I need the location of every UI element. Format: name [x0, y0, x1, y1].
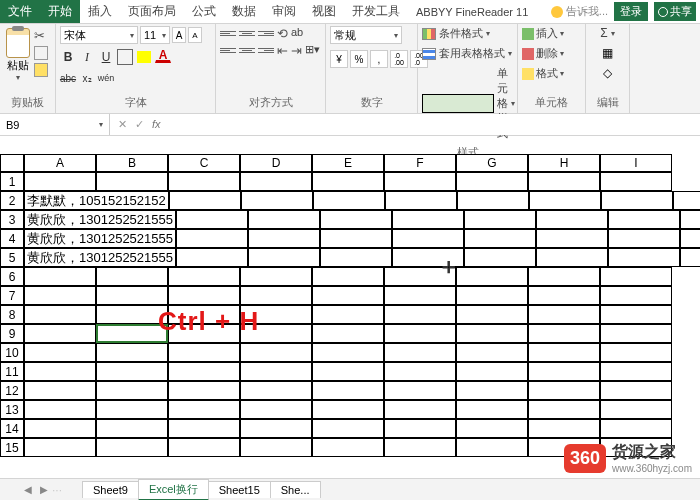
- merge-button[interactable]: ⊞▾: [305, 43, 320, 58]
- cell[interactable]: [384, 286, 456, 305]
- cell[interactable]: [312, 286, 384, 305]
- strike-button[interactable]: abc: [60, 70, 76, 86]
- cell[interactable]: [456, 324, 528, 343]
- cell[interactable]: [384, 381, 456, 400]
- cell[interactable]: [384, 362, 456, 381]
- cell[interactable]: [168, 438, 240, 457]
- row-header[interactable]: 12: [0, 381, 24, 400]
- cell[interactable]: [96, 438, 168, 457]
- cell[interactable]: [528, 343, 600, 362]
- cell[interactable]: [240, 400, 312, 419]
- cell[interactable]: [96, 172, 168, 191]
- row-header[interactable]: 13: [0, 400, 24, 419]
- tab-formula[interactable]: 公式: [184, 0, 224, 23]
- column-header[interactable]: B: [96, 154, 168, 172]
- cell[interactable]: [96, 400, 168, 419]
- share-button[interactable]: 共享: [654, 2, 696, 21]
- cell[interactable]: [680, 229, 700, 248]
- cell[interactable]: [168, 267, 240, 286]
- cell[interactable]: [168, 419, 240, 438]
- row-header[interactable]: 14: [0, 419, 24, 438]
- border-button[interactable]: [117, 49, 133, 65]
- cell[interactable]: [456, 343, 528, 362]
- cell[interactable]: 黄欣欣，1301252521555: [24, 248, 176, 267]
- cell[interactable]: [320, 210, 392, 229]
- align-middle-icon[interactable]: [239, 26, 255, 40]
- cell[interactable]: [24, 419, 96, 438]
- sheet-tab[interactable]: She...: [270, 481, 321, 498]
- tab-abbyy[interactable]: ABBYY FineReader 11: [408, 3, 536, 21]
- tab-nav-prev-icon[interactable]: ◀: [20, 484, 36, 495]
- cell[interactable]: 黄欣欣，1301252521555: [24, 229, 176, 248]
- cell[interactable]: [312, 267, 384, 286]
- cell[interactable]: [456, 305, 528, 324]
- cell[interactable]: [312, 419, 384, 438]
- cell[interactable]: [528, 381, 600, 400]
- login-button[interactable]: 登录: [614, 2, 648, 21]
- cell[interactable]: [169, 191, 241, 210]
- align-bottom-icon[interactable]: [258, 26, 274, 40]
- orientation-icon[interactable]: ⟲: [277, 26, 288, 41]
- underline-button[interactable]: U: [98, 49, 114, 65]
- cell[interactable]: [384, 172, 456, 191]
- fx-icon[interactable]: fx: [152, 118, 161, 131]
- cell[interactable]: [312, 438, 384, 457]
- column-header[interactable]: C: [168, 154, 240, 172]
- row-header[interactable]: 6: [0, 267, 24, 286]
- cell[interactable]: [320, 229, 392, 248]
- cell[interactable]: [168, 343, 240, 362]
- row-header[interactable]: 7: [0, 286, 24, 305]
- cell[interactable]: [312, 343, 384, 362]
- tab-view[interactable]: 视图: [304, 0, 344, 23]
- cell[interactable]: [312, 400, 384, 419]
- decrease-font-icon[interactable]: A: [188, 27, 202, 43]
- cell[interactable]: [168, 362, 240, 381]
- cell[interactable]: [240, 172, 312, 191]
- cell[interactable]: [384, 324, 456, 343]
- cell[interactable]: [168, 286, 240, 305]
- cell[interactable]: [248, 229, 320, 248]
- delete-cells-button[interactable]: 删除▾: [522, 46, 564, 61]
- cell[interactable]: [608, 248, 680, 267]
- indent-inc-icon[interactable]: ⇥: [291, 43, 302, 58]
- row-header[interactable]: 3: [0, 210, 24, 229]
- tab-insert[interactable]: 插入: [80, 0, 120, 23]
- row-header[interactable]: 1: [0, 172, 24, 191]
- cell[interactable]: [248, 210, 320, 229]
- cell[interactable]: [528, 419, 600, 438]
- align-top-icon[interactable]: [220, 26, 236, 40]
- cell[interactable]: [457, 191, 529, 210]
- cell[interactable]: [24, 343, 96, 362]
- cell[interactable]: [392, 210, 464, 229]
- insert-cells-button[interactable]: 插入▾: [522, 26, 564, 41]
- font-color-button[interactable]: A: [155, 49, 171, 63]
- cell[interactable]: [384, 400, 456, 419]
- cell[interactable]: [312, 381, 384, 400]
- formula-input[interactable]: [169, 114, 700, 135]
- currency-button[interactable]: ¥: [330, 50, 348, 68]
- column-header[interactable]: E: [312, 154, 384, 172]
- font-size-select[interactable]: 11▾: [140, 26, 170, 44]
- cell[interactable]: [24, 400, 96, 419]
- tab-file[interactable]: 文件: [0, 0, 40, 23]
- cell[interactable]: [240, 343, 312, 362]
- cell[interactable]: [24, 286, 96, 305]
- sheet-tab[interactable]: Sheet9: [82, 481, 139, 498]
- cut-icon[interactable]: ✂: [34, 28, 48, 43]
- cell[interactable]: [456, 419, 528, 438]
- cell[interactable]: [600, 324, 672, 343]
- cell[interactable]: [600, 381, 672, 400]
- cell[interactable]: [528, 362, 600, 381]
- cell[interactable]: 李默默，105152152152: [24, 191, 169, 210]
- cell[interactable]: [608, 210, 680, 229]
- copy-icon[interactable]: [34, 46, 48, 60]
- cell[interactable]: [600, 362, 672, 381]
- cell[interactable]: [96, 267, 168, 286]
- row-header[interactable]: 11: [0, 362, 24, 381]
- cell[interactable]: [608, 229, 680, 248]
- cell[interactable]: [248, 248, 320, 267]
- cell[interactable]: [176, 229, 248, 248]
- column-header[interactable]: A: [24, 154, 96, 172]
- percent-button[interactable]: %: [350, 50, 368, 68]
- cell[interactable]: [240, 286, 312, 305]
